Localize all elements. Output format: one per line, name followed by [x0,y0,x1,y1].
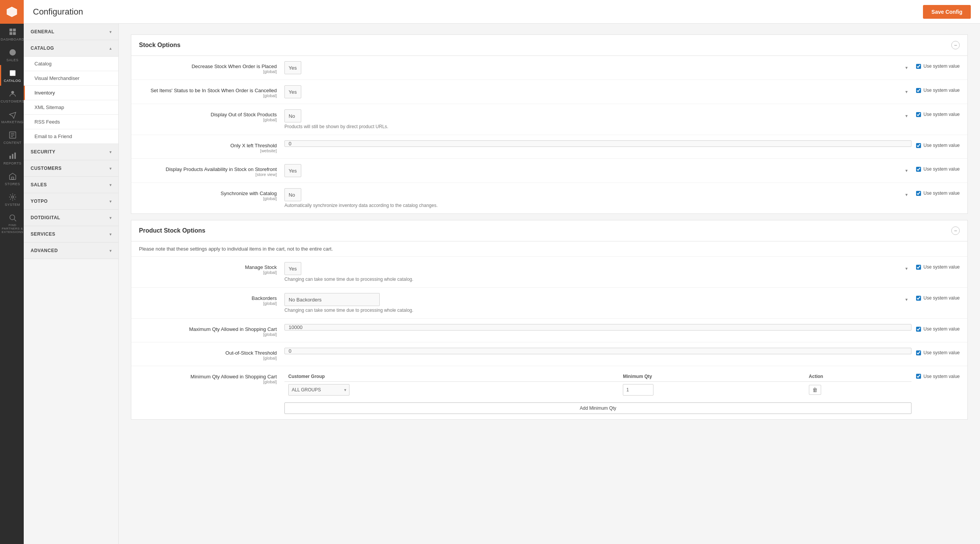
out-of-stock-threshold-input[interactable] [284,348,911,354]
nav-item-rss-feeds[interactable]: RSS Feeds [24,115,118,129]
use-system-checkbox[interactable] [916,265,921,270]
sidebar-item-label: MARKETING [2,120,24,124]
use-system-value-check[interactable]: Use system value [916,85,960,93]
use-system-checkbox[interactable] [916,64,921,69]
min-qty-value-input[interactable] [623,384,653,396]
sidebar-item-stores[interactable]: STORES [0,168,24,189]
svg-rect-0 [9,29,12,31]
nav-section-customers[interactable]: CUSTOMERS ▾ [24,160,118,177]
field-label: Maximum Qty Allowed in Shopping Cart [189,326,277,332]
set-items-status-select[interactable]: YesNo [284,85,301,98]
chevron-down-icon: ▾ [109,30,112,34]
decrease-stock-select[interactable]: YesNo [284,61,301,74]
sidebar-logo[interactable] [0,0,24,24]
nav-item-visual-merchandiser[interactable]: Visual Merchandiser [24,71,118,86]
sidebar-item-system[interactable]: SYSTEM [0,189,24,210]
field-only-x-left: Only X left Threshold [website] Use syst… [131,135,967,159]
delete-row-button[interactable]: 🗑 [809,385,821,395]
svg-point-8 [11,91,14,94]
svg-rect-3 [13,32,15,35]
stock-options-header[interactable]: Stock Options − [131,35,967,56]
nav-section-catalog[interactable]: CATALOG ▴ [24,40,118,57]
sidebar-item-find-partners[interactable]: FIND PARTNERS & EXTENSIONS [0,210,24,237]
sidebar-item-marketing[interactable]: MARKETING [0,106,24,127]
max-qty-input[interactable] [284,324,911,331]
nav-section-yotpo-label: YOTPO [31,199,48,204]
field-display-availability: Display Products Availability in Stock o… [131,159,967,183]
nav-section-services-label: SERVICES [31,231,55,237]
svg-rect-1 [13,29,15,31]
product-stock-options-header[interactable]: Product Stock Options − [131,220,967,241]
field-label: Manage Stock [245,264,277,270]
stock-options-body: Decrease Stock When Order is Placed [glo… [131,56,967,213]
svg-rect-2 [9,32,12,35]
chevron-down-icon: ▾ [109,199,112,204]
sidebar-item-content[interactable]: CONTENT [0,127,24,148]
field-display-out-of-stock: Display Out of Stock Products [global] N… [131,104,967,135]
field-label: Backorders [252,295,277,301]
nav-section-security-label: SECURITY [31,149,56,155]
nav-section-catalog-label: CATALOG [31,46,54,51]
use-system-checkbox[interactable] [916,374,921,379]
use-system-checkbox[interactable] [916,327,921,332]
use-system-value-check[interactable]: Use system value [916,293,960,301]
sidebar-item-customers[interactable]: CUSTOMERS [0,86,24,106]
field-label: Set Items' Status to be In Stock When Or… [150,88,277,93]
sidebar-item-dashboard[interactable]: DASHBOARD [0,24,24,44]
only-x-left-input[interactable] [284,140,911,147]
field-scope: [global] [139,93,277,98]
use-system-value-check[interactable]: Use system value [916,348,960,355]
field-scope: [store view] [139,172,277,177]
use-system-checkbox[interactable] [916,112,921,117]
nav-item-xml-sitemap[interactable]: XML Sitemap [24,100,118,115]
use-system-value-check[interactable]: Use system value [916,324,960,332]
use-system-value-check[interactable]: Use system value [916,188,960,196]
nav-item-inventory[interactable]: Inventory [24,86,118,100]
nav-catalog-items: Catalog Visual Merchandiser Inventory XM… [24,57,118,144]
use-system-checkbox[interactable] [916,167,921,172]
svg-rect-13 [9,156,11,159]
add-minimum-qty-button[interactable]: Add Minimum Qty [284,402,911,414]
use-system-value-check[interactable]: Use system value [916,61,960,69]
save-config-button[interactable]: Save Config [923,5,971,19]
display-out-of-stock-select[interactable]: NoYes [284,109,301,122]
product-stock-options-note: Please note that these settings apply to… [131,241,967,257]
synchronize-catalog-select[interactable]: NoYes [284,188,301,201]
sidebar-item-label: SYSTEM [5,203,20,207]
nav-section-sales[interactable]: SALES ▾ [24,177,118,193]
use-system-value-check[interactable]: Use system value [916,371,960,379]
nav-section-yotpo[interactable]: YOTPO ▾ [24,193,118,210]
sidebar-item-reports[interactable]: REPORTS [0,148,24,168]
nav-section-advanced[interactable]: ADVANCED ▾ [24,243,118,259]
use-system-checkbox[interactable] [916,296,921,301]
product-stock-options-body: Manage Stock [global] YesNo Changing [131,257,967,419]
manage-stock-select[interactable]: YesNo [284,262,301,275]
sidebar-item-catalog[interactable]: CATALOG [0,65,24,86]
field-note: Products will still be shown by direct p… [284,124,911,129]
use-system-checkbox[interactable] [916,143,921,148]
use-system-checkbox[interactable] [916,191,921,196]
collapse-icon[interactable]: − [951,226,960,235]
use-system-value-check[interactable]: Use system value [916,164,960,172]
sidebar-item-sales[interactable]: SALES [0,44,24,65]
field-note: Changing can take some time due to proce… [284,277,911,282]
min-qty-col-qty: Minimum Qty [619,371,805,382]
stock-options-section: Stock Options − Decrease Stock When Orde… [131,34,968,214]
nav-section-general[interactable]: GENERAL ▾ [24,24,118,40]
use-system-value-check[interactable]: Use system value [916,140,960,148]
chevron-down-icon: ▾ [109,183,112,187]
display-availability-select[interactable]: YesNo [284,164,301,177]
collapse-icon[interactable]: − [951,41,960,49]
use-system-value-check[interactable]: Use system value [916,262,960,270]
field-out-of-stock-threshold: Out-of-Stock Threshold [global] Use syst… [131,342,967,366]
backorders-select[interactable]: No Backorders Allow Qty Below 0 Allow Qt… [284,293,380,306]
customer-group-select[interactable]: ALL GROUPS [288,384,350,396]
nav-section-services[interactable]: SERVICES ▾ [24,226,118,243]
use-system-checkbox[interactable] [916,88,921,93]
nav-section-security[interactable]: SECURITY ▾ [24,144,118,160]
use-system-checkbox[interactable] [916,350,921,355]
use-system-value-check[interactable]: Use system value [916,109,960,117]
nav-item-catalog[interactable]: Catalog [24,57,118,71]
nav-item-email-to-friend[interactable]: Email to a Friend [24,129,118,144]
nav-section-dotdigital[interactable]: DOTDIGITAL ▾ [24,210,118,226]
